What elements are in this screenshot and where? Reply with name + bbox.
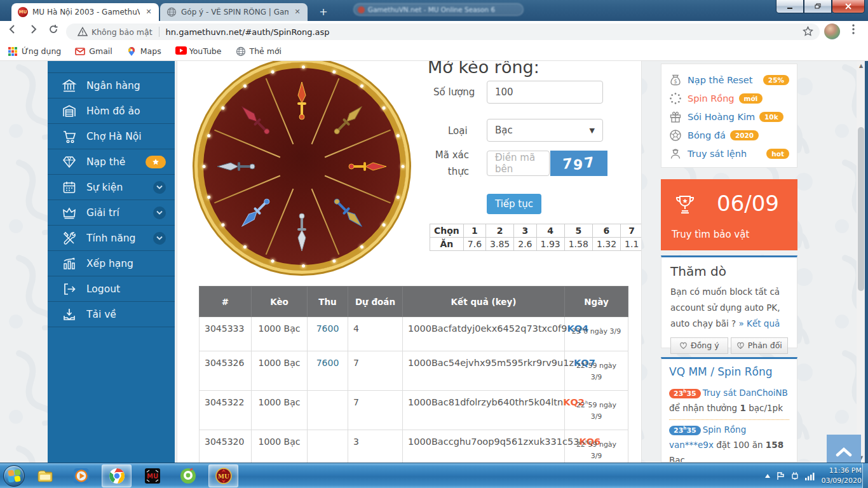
row-keo: 1000 Bạc	[252, 430, 308, 463]
sidebar-item-hòm-đồ-ảo[interactable]: Hòm đồ ảo	[48, 98, 175, 124]
spin-wheel	[198, 62, 406, 271]
scrollbar-thumb[interactable]	[858, 127, 864, 291]
row-id: 3045333	[200, 317, 252, 351]
bookmark-item[interactable]: Thẻ mới	[236, 46, 282, 57]
odds-choice[interactable]: 3	[514, 224, 536, 238]
sidebar-item-giải-trí[interactable]: Giải trí	[48, 200, 175, 226]
sidebar-item-logout[interactable]: Logout	[48, 276, 175, 302]
browser-menu-icon[interactable]	[848, 24, 859, 39]
taskbar-app-chrome[interactable]	[102, 464, 132, 487]
main-content-card: Mở kèo rồng: Số lượng 100 Loại Bạc ▼	[177, 61, 642, 463]
poll-result-link[interactable]: » Kết quả	[739, 318, 780, 329]
network-signal-icon[interactable]	[805, 472, 815, 480]
taskbar-app-mu-red[interactable]: MU	[208, 464, 238, 487]
table-row: 30453201000 Bạc31000Baccghu7oop9q561zxuk…	[200, 430, 628, 463]
quick-link-label[interactable]: Nạp thẻ Reset	[688, 75, 752, 85]
logout-icon	[62, 281, 77, 297]
show-desktop-button[interactable]	[862, 463, 868, 488]
power-plug-icon[interactable]	[790, 471, 799, 480]
quick-link[interactable]: Spin Rồngmới	[669, 89, 789, 107]
tab-close-icon[interactable]: ✕	[144, 7, 154, 17]
quick-link[interactable]: Bóng đá2020	[669, 126, 789, 144]
start-button[interactable]	[3, 465, 25, 487]
captcha-input[interactable]: Điền mã bên	[487, 151, 550, 176]
disagree-button[interactable]: Phản đối	[731, 337, 789, 354]
person-icon	[669, 147, 682, 160]
browser-tab[interactable]: Góp ý - VỀ SPIN RỒNG | Game th✕	[160, 3, 308, 21]
quick-link-label[interactable]: Bóng đá	[688, 130, 726, 140]
sidebar-item-sự-kiện[interactable]: Sự kiện	[48, 175, 175, 200]
chevron-down-icon[interactable]	[153, 232, 166, 245]
column-header: Kết quả (key)	[403, 287, 565, 317]
quick-link-label[interactable]: Truy sát lệnh	[688, 149, 747, 159]
refresh-icon[interactable]	[46, 24, 61, 39]
profile-avatar[interactable]	[824, 24, 840, 39]
event-title: Truy tìm bảo vật	[672, 229, 749, 240]
quick-link-label[interactable]: Sói Hoàng Kim	[688, 112, 755, 122]
bookmark-item[interactable]: Gmail	[75, 46, 112, 57]
globe-icon	[236, 46, 246, 57]
taskbar-app-explorer[interactable]	[31, 464, 60, 487]
odds-choice[interactable]: 6	[592, 224, 620, 238]
bookmark-item[interactable]: Maps	[126, 46, 161, 57]
sidebar-item-ngân-hàng[interactable]: Ngân hàng	[48, 73, 175, 98]
quick-link[interactable]: Sói Hoàng Kim10k	[669, 107, 789, 126]
hidden-icons-arrow-icon[interactable]	[764, 473, 771, 478]
minimize-button[interactable]	[776, 0, 804, 13]
row-key: 1000Baccghu7oop9q561zxuk331c53KQ6	[403, 430, 565, 463]
bookmark-star-icon[interactable]	[803, 26, 813, 37]
system-tray: 11:36 PM 03/09/2020	[759, 463, 862, 488]
odds-choice[interactable]: 2	[486, 224, 514, 238]
chevron-down-icon[interactable]	[153, 181, 166, 194]
odds-choice[interactable]: 1	[463, 224, 485, 238]
feed-title[interactable]: VQ MM / Spin Rồng	[669, 365, 789, 378]
feed-link[interactable]: Truy sát DanChoiNB	[703, 388, 788, 398]
sidebar-item-nạp-thẻ[interactable]: Nạp thẻ	[48, 149, 175, 175]
bookmark-item[interactable]: Ứng dụng	[8, 46, 61, 57]
page-scrollbar[interactable]: ▲ ▼	[857, 61, 865, 463]
tab-close-icon[interactable]: ✕	[292, 7, 302, 17]
odds-choice[interactable]: 7	[621, 224, 642, 238]
address-bar[interactable]: Không bảo mật hn.gamethuvn.net/#auth/Spi…	[66, 24, 820, 40]
odds-multiplier: 7.6	[463, 238, 485, 251]
gift-icon	[669, 111, 682, 123]
type-select[interactable]: Bạc ▼	[487, 119, 603, 142]
event-card[interactable]: 06/09 Truy tìm bảo vật	[661, 179, 797, 250]
site-sidebar: Ngân hàngHòm đồ ảoChợ Hà NộiNạp thẻSự ki…	[48, 61, 175, 463]
odds-choice[interactable]: 4	[536, 224, 564, 238]
quick-link-badge: mới	[739, 93, 763, 104]
wheel-light-dot	[382, 106, 386, 111]
continue-button[interactable]: Tiếp tục	[487, 194, 541, 214]
feed-time-badge: 23h35	[669, 426, 701, 435]
quick-link[interactable]: $Nạp thẻ Reset25%	[669, 71, 789, 89]
taskbar-app-mu-dark[interactable]: MU	[137, 464, 167, 487]
row-du-doan: 7	[348, 351, 403, 391]
back-to-top-button[interactable]	[827, 435, 861, 463]
window-controls	[776, 0, 865, 13]
bookmark-item[interactable]: YouTube	[175, 46, 222, 57]
sidebar-item-label: Tải về	[86, 309, 166, 320]
forward-icon[interactable]	[25, 24, 41, 39]
close-button[interactable]	[832, 0, 865, 13]
row-du-doan: 7	[348, 391, 403, 430]
agree-button[interactable]: Đồng ý	[670, 337, 728, 354]
quick-link-label[interactable]: Spin Rồng	[688, 93, 735, 104]
taskbar-app-media-player[interactable]	[66, 464, 96, 487]
action-center-flag-icon[interactable]	[776, 471, 785, 480]
sidebar-item-tính-năng[interactable]: Tính năng	[48, 226, 175, 251]
quantity-input[interactable]: 100	[487, 81, 603, 104]
chevron-down-icon[interactable]	[153, 207, 166, 219]
maximize-button[interactable]	[804, 0, 832, 13]
sidebar-item-xếp-hạng[interactable]: Xếp hạng	[48, 251, 175, 276]
row-du-doan: 3	[348, 430, 403, 463]
new-tab-button[interactable]: +	[315, 6, 332, 19]
quick-link[interactable]: Truy sát lệnhhot	[669, 144, 789, 163]
taskbar-app-coccoc[interactable]	[173, 464, 203, 487]
sidebar-item-tải-về[interactable]: Tải về	[48, 302, 175, 327]
taskbar-clock[interactable]: 11:36 PM 03/09/2020	[822, 466, 862, 487]
odds-choice[interactable]: 5	[564, 224, 592, 238]
scroll-up-icon[interactable]: ▲	[857, 61, 865, 71]
sidebar-item-chợ-hà-nội[interactable]: Chợ Hà Nội	[48, 124, 175, 149]
back-icon[interactable]	[5, 24, 20, 39]
browser-tab[interactable]: MUMU Hà Nội 2003 - GamethuVN.n✕	[11, 3, 159, 21]
